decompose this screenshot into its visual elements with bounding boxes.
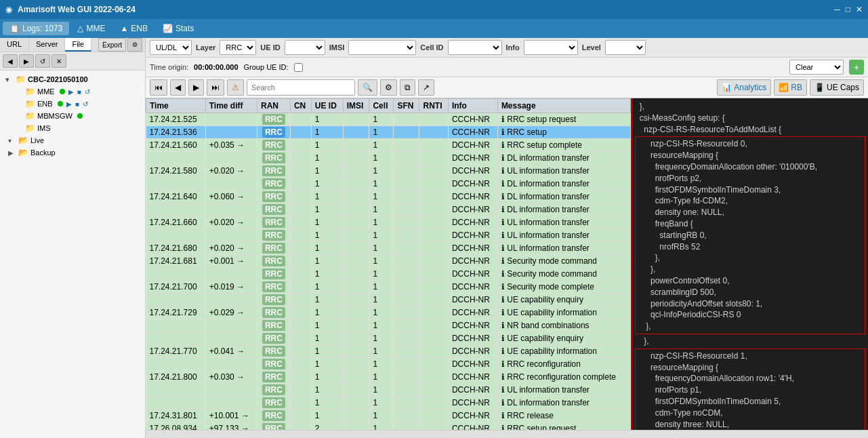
- settings-icon[interactable]: ⚙: [127, 38, 142, 52]
- table-row[interactable]: 17.24.21.800+0.030 →RRC11DCCH-NRℹ RRC re…: [146, 371, 631, 384]
- tree-enb[interactable]: 📁 ENB ▶ ■ ↺: [3, 98, 142, 110]
- search-options-btn[interactable]: ⚙: [380, 79, 397, 96]
- forward-icon[interactable]: ▶: [19, 54, 34, 68]
- table-row[interactable]: RRC11DCCH-NRℹ UL information transfer: [146, 229, 631, 242]
- close-icon[interactable]: ✕: [856, 5, 863, 14]
- copy-btn[interactable]: ⧉: [400, 79, 415, 96]
- last-btn[interactable]: ⏭: [207, 79, 224, 96]
- table-row[interactable]: RRC11DCCH-NRℹ RRC reconfiguration: [146, 358, 631, 371]
- table-row[interactable]: 17.24.21.560+0.035 →RRC11DCCH-NRℹ RRC se…: [146, 139, 631, 152]
- prev-btn[interactable]: ◀: [170, 79, 186, 96]
- table-row[interactable]: RRC11DCCH-NRℹ UE capability enquiry: [146, 294, 631, 306]
- tree-mme[interactable]: 📁 MME ▶ ■ ↺: [3, 85, 142, 98]
- table-row[interactable]: 17.24.21.770+0.041 →RRC11DCCH-NRℹ UE cap…: [146, 345, 631, 358]
- table-row[interactable]: RRC11DCCH-NRℹ DL information transfer: [146, 203, 631, 216]
- warning-btn[interactable]: ⚠: [227, 79, 244, 96]
- tree-backup[interactable]: ▶ 📂 Backup: [3, 146, 142, 159]
- table-row[interactable]: RRC11DCCH-NRℹ UE capability enquiry: [146, 332, 631, 345]
- code-line: },: [637, 321, 863, 332]
- mme-play-icon[interactable]: ▶: [68, 88, 74, 96]
- tree-mbmsgw-label: MBMSGW: [37, 112, 73, 120]
- refresh-icon[interactable]: ↺: [35, 54, 50, 68]
- export-log-btn[interactable]: ↗: [418, 79, 434, 96]
- group-ue-id-checkbox[interactable]: [294, 63, 303, 72]
- add-filter-button[interactable]: +: [849, 60, 864, 75]
- mme-stop-icon[interactable]: ■: [77, 88, 81, 96]
- table-row[interactable]: RRC11DCCH-NRℹ NR band combinations: [146, 319, 631, 332]
- search-input[interactable]: [247, 79, 355, 96]
- code-line: cdm-Type fd-CDM2,: [637, 195, 863, 207]
- menu-mme[interactable]: △ MME: [70, 22, 112, 35]
- layer-select[interactable]: RRC: [220, 40, 256, 55]
- cell-ueid: 1: [311, 371, 343, 384]
- search-img-btn[interactable]: 🔍: [358, 79, 377, 96]
- cell-ueid: 1: [311, 216, 343, 229]
- table-row[interactable]: 17.24.21.640+0.060 →RRC11DCCH-NRℹ DL inf…: [146, 191, 631, 203]
- cell-id-select[interactable]: [448, 40, 502, 55]
- cell-cn: [290, 345, 311, 358]
- table-row[interactable]: 17.26.08.934+97.133 →RRC21CCCH-NRℹ RRC s…: [146, 422, 631, 431]
- table-row[interactable]: 17.24.21.729+0.029 →RRC11DCCH-NRℹ UE cap…: [146, 306, 631, 319]
- enb-stop-icon[interactable]: ■: [75, 100, 79, 108]
- maximize-icon[interactable]: □: [846, 5, 850, 14]
- table-row[interactable]: 17.24.21.536RRC11CCCH-NRℹ RRC setup: [146, 126, 631, 139]
- cell-cell: 1: [369, 139, 394, 152]
- cell-message: ℹ DL information transfer: [497, 397, 630, 410]
- cell-cell: 1: [369, 229, 394, 242]
- ue-caps-button[interactable]: 📱 UE Caps: [810, 79, 864, 96]
- cell-ran: RRC: [257, 139, 290, 152]
- menu-stats[interactable]: 📈 Stats: [156, 22, 201, 35]
- bottom-scrollbar[interactable]: [146, 430, 868, 438]
- col-timediff: Time diff: [205, 99, 257, 113]
- minimize-icon[interactable]: ─: [834, 5, 840, 14]
- cell-message: ℹ UL information transfer: [497, 242, 630, 255]
- cell-timediff: [205, 358, 257, 371]
- table-row[interactable]: 17.24.21.580+0.020 →RRC11DCCH-NRℹ UL inf…: [146, 165, 631, 178]
- enb-refresh-icon[interactable]: ↺: [83, 100, 88, 108]
- protocol-select[interactable]: UL/DL: [150, 40, 192, 55]
- export-button[interactable]: Export: [98, 38, 126, 52]
- table-row[interactable]: RRC11DCCH-NRℹ UL information transfer: [146, 384, 631, 397]
- cell-sfn: [394, 165, 419, 178]
- cell-imsi: [343, 191, 369, 203]
- tab-url[interactable]: URL: [0, 38, 29, 52]
- tab-server[interactable]: Server: [29, 38, 65, 52]
- cell-ran: RRC: [257, 178, 290, 191]
- tree-root[interactable]: ▾ 📁 CBC-2021050100: [3, 73, 142, 85]
- next-btn[interactable]: ▶: [188, 79, 204, 96]
- cell-imsi: [343, 294, 369, 306]
- imsi-select[interactable]: [348, 40, 416, 55]
- tab-file[interactable]: File: [65, 38, 91, 52]
- menu-enb[interactable]: ▲ ENB: [113, 22, 154, 35]
- clear-select[interactable]: Clear: [789, 60, 844, 75]
- tree-ims[interactable]: 📁 IMS: [3, 122, 142, 134]
- table-row[interactable]: RRC11DCCH-NRℹ DL information transfer: [146, 397, 631, 410]
- rb-button[interactable]: 📶 RB: [774, 79, 807, 96]
- table-row[interactable]: 17.24.21.700+0.019 →RRC11DCCH-NRℹ Securi…: [146, 281, 631, 294]
- table-row[interactable]: 17.24.21.681+0.001 →RRC11DCCH-NRℹ Securi…: [146, 255, 631, 268]
- table-row[interactable]: RRC11DCCH-NRℹ Security mode command: [146, 268, 631, 281]
- cell-message: ℹ RRC setup request: [497, 422, 630, 431]
- ue-id-select[interactable]: [285, 40, 325, 55]
- cell-ran: RRC: [257, 384, 290, 397]
- cell-imsi: [343, 139, 369, 152]
- cell-imsi: [343, 397, 369, 410]
- enb-play-icon[interactable]: ▶: [66, 100, 72, 108]
- level-select[interactable]: [605, 40, 646, 55]
- mme-refresh-icon[interactable]: ↺: [85, 88, 90, 96]
- cell-time: [146, 358, 206, 371]
- table-row[interactable]: 17.24.21.660+0.020 →RRC11DCCH-NRℹ UL inf…: [146, 216, 631, 229]
- table-row[interactable]: 17.24.31.801+10.001 →RRC11DCCH-NRℹ RRC r…: [146, 410, 631, 422]
- table-row[interactable]: 17.24.21.525RRC11CCCH-NRℹ RRC setup requ…: [146, 113, 631, 126]
- table-row[interactable]: 17.24.21.680+0.020 →RRC11DCCH-NRℹ UL inf…: [146, 242, 631, 255]
- stop-icon[interactable]: ✕: [51, 54, 66, 68]
- table-row[interactable]: RRC11DCCH-NRℹ DL information transfer: [146, 152, 631, 165]
- table-row[interactable]: RRC11DCCH-NRℹ DL information transfer: [146, 178, 631, 191]
- first-btn[interactable]: ⏮: [150, 79, 167, 96]
- info-select[interactable]: [524, 40, 578, 55]
- tree-mbmsgw[interactable]: 📁 MBMSGW: [3, 110, 142, 122]
- analytics-button[interactable]: 📊 Analytics: [717, 79, 771, 96]
- menu-logs[interactable]: 📋 Logs: 1073: [3, 22, 69, 35]
- back-icon[interactable]: ◀: [3, 54, 18, 68]
- tree-live[interactable]: ▾ 📂 Live: [3, 134, 142, 146]
